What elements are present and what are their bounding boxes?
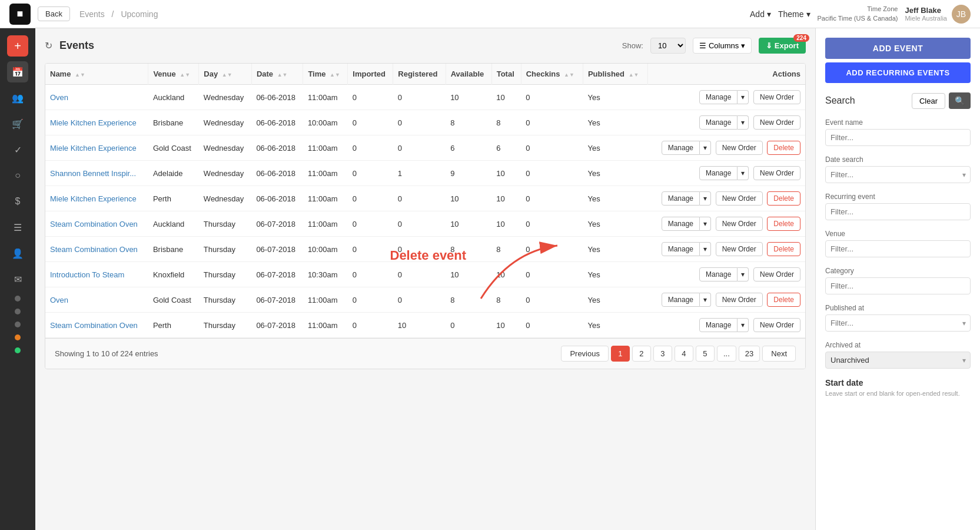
sidebar-icon-list[interactable]: ☰ <box>7 217 28 238</box>
col-published[interactable]: Published ▲▼ <box>583 64 647 85</box>
manage-button[interactable]: Manage <box>662 191 700 206</box>
event-link[interactable]: Oven <box>50 296 68 304</box>
sidebar-icon-user[interactable]: 👤 <box>7 243 28 264</box>
manage-button[interactable]: Manage <box>699 267 738 281</box>
clear-button[interactable]: Clear <box>912 93 945 109</box>
add-event-button[interactable]: ADD EVENT <box>825 38 971 59</box>
new-order-button[interactable]: New Order <box>716 293 763 307</box>
manage-button[interactable]: Manage <box>662 242 700 256</box>
cell-actions: Manage▾ New Order <box>647 110 805 135</box>
new-order-button[interactable]: New Order <box>753 90 800 104</box>
col-venue[interactable]: Venue ▲▼ <box>148 64 199 85</box>
venue-input[interactable] <box>825 240 971 257</box>
event-link[interactable]: Steam Combination Oven <box>50 220 138 228</box>
new-order-button[interactable]: New Order <box>753 267 800 281</box>
delete-button[interactable]: Delete <box>767 293 800 307</box>
sidebar-icon-mail[interactable]: ✉ <box>7 269 28 290</box>
col-day[interactable]: Day ▲▼ <box>199 64 252 85</box>
manage-dropdown-button[interactable]: ▾ <box>738 267 749 281</box>
recurring-event-input[interactable] <box>825 203 971 220</box>
event-link[interactable]: Miele Kitchen Experience <box>50 194 137 203</box>
next-button[interactable]: Next <box>762 346 796 362</box>
sidebar-icon-people[interactable]: 👥 <box>7 87 28 108</box>
page-5-button[interactable]: 5 <box>696 346 715 362</box>
published-at-input[interactable] <box>825 314 971 332</box>
page-2-button[interactable]: 2 <box>632 346 651 362</box>
cell-checkins: 0 <box>521 85 583 110</box>
new-order-button[interactable]: New Order <box>716 217 763 231</box>
user-name: Jeff Blake <box>905 6 947 15</box>
event-link[interactable]: Steam Combination Oven <box>50 321 138 330</box>
page-3-button[interactable]: 3 <box>653 346 672 362</box>
delete-button[interactable]: Delete <box>767 217 800 231</box>
manage-dropdown-button[interactable]: ▾ <box>738 318 749 332</box>
col-name[interactable]: Name ▲▼ <box>45 64 148 85</box>
col-checkins[interactable]: Checkins ▲▼ <box>521 64 583 85</box>
cell-venue: Adelaide <box>148 161 199 186</box>
manage-dropdown-button[interactable]: ▾ <box>700 242 711 256</box>
page-4-button[interactable]: 4 <box>675 346 693 362</box>
previous-button[interactable]: Previous <box>561 346 609 362</box>
manage-button[interactable]: Manage <box>699 318 738 332</box>
delete-button[interactable]: Delete <box>767 242 800 256</box>
manage-dropdown-button[interactable]: ▾ <box>700 141 711 155</box>
col-total[interactable]: Total <box>491 64 521 85</box>
add-recurring-button[interactable]: ADD RECURRING EVENTS <box>825 62 971 83</box>
page-23-button[interactable]: 23 <box>739 346 760 362</box>
new-order-button[interactable]: New Order <box>753 166 800 180</box>
cell-total: 10 <box>491 211 521 237</box>
event-link[interactable]: Miele Kitchen Experience <box>50 144 137 153</box>
manage-button[interactable]: Manage <box>662 141 700 155</box>
back-button[interactable]: Back <box>38 6 70 21</box>
event-link[interactable]: Steam Combination Oven <box>50 245 138 254</box>
manage-dropdown-button[interactable]: ▾ <box>700 191 711 206</box>
col-available[interactable]: Available <box>446 64 491 85</box>
col-time[interactable]: Time ▲▼ <box>303 64 348 85</box>
sidebar-add-button[interactable]: + <box>7 35 28 57</box>
manage-dropdown-button[interactable]: ▾ <box>738 115 749 130</box>
new-order-button[interactable]: New Order <box>716 191 763 206</box>
refresh-button[interactable]: ↻ <box>45 40 52 51</box>
page-1-button[interactable]: 1 <box>611 346 630 362</box>
sidebar-icon-dollar[interactable]: $ <box>7 191 28 212</box>
manage-button[interactable]: Manage <box>699 166 738 180</box>
col-date[interactable]: Date ▲▼ <box>251 64 303 85</box>
user-info: Jeff Blake Miele Australia JB <box>905 5 971 24</box>
event-link[interactable]: Miele Kitchen Experience <box>50 118 137 127</box>
add-button[interactable]: Add ▾ <box>750 9 771 19</box>
columns-button[interactable]: ☰ Columns ▾ <box>693 38 752 54</box>
manage-dropdown-button[interactable]: ▾ <box>700 293 711 307</box>
event-link[interactable]: Introduction To Steam <box>50 270 124 279</box>
event-link[interactable]: Oven <box>50 93 68 102</box>
search-row: Search Clear 🔍 <box>825 92 971 109</box>
date-search-input[interactable] <box>825 166 971 183</box>
manage-button[interactable]: Manage <box>699 90 738 104</box>
archived-at-select[interactable]: Unarchived Archived <box>825 352 971 369</box>
theme-button[interactable]: Theme ▾ <box>778 9 810 19</box>
delete-button[interactable]: Delete <box>767 191 800 206</box>
breadcrumb-events[interactable]: Events <box>79 9 105 19</box>
new-order-button[interactable]: New Order <box>753 115 800 130</box>
manage-dropdown-button[interactable]: ▾ <box>700 217 711 231</box>
sidebar-icon-check[interactable]: ✓ <box>7 139 28 160</box>
manage-button[interactable]: Manage <box>662 293 700 307</box>
sidebar-icon-globe[interactable]: ○ <box>7 165 28 186</box>
search-button[interactable]: 🔍 <box>949 92 971 109</box>
sidebar-icon-cart[interactable]: 🛒 <box>7 113 28 134</box>
col-registered[interactable]: Registered <box>393 64 446 85</box>
manage-button[interactable]: Manage <box>699 115 738 130</box>
new-order-button[interactable]: New Order <box>716 242 763 256</box>
show-select[interactable]: 10 25 50 100 <box>650 38 686 54</box>
sidebar-icon-calendar[interactable]: 📅 <box>7 61 28 82</box>
col-imported[interactable]: Imported <box>348 64 393 85</box>
delete-button[interactable]: Delete <box>767 141 800 155</box>
manage-button[interactable]: Manage <box>662 217 700 231</box>
manage-dropdown-button[interactable]: ▾ <box>738 166 749 180</box>
event-link[interactable]: Shannon Bennett Inspir... <box>50 169 136 178</box>
category-input[interactable] <box>825 277 971 294</box>
manage-dropdown-button[interactable]: ▾ <box>738 90 749 104</box>
new-order-button[interactable]: New Order <box>716 141 763 155</box>
export-button[interactable]: ⇓ Export 224 <box>759 38 806 54</box>
event-name-input[interactable] <box>825 129 971 146</box>
new-order-button[interactable]: New Order <box>753 318 800 332</box>
